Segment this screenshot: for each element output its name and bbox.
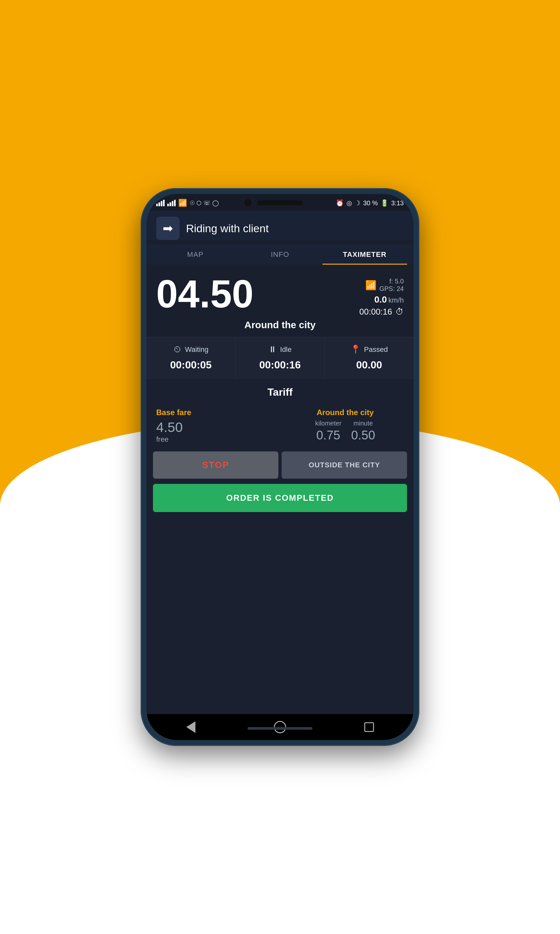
tariff-title: Tariff [146, 378, 414, 405]
tariff-min-col: minute 0.50 [351, 420, 375, 442]
meter-info: 📶 f: 5.0 GPS: 24 0.0 km/h [359, 274, 404, 317]
timer-value: 00:00:16 [359, 307, 392, 317]
gps-f-text: f: 5.0 [379, 277, 404, 285]
stat-passed-value: 00.00 [331, 359, 407, 371]
gps-signal: 📶 f: 5.0 GPS: 24 [359, 277, 404, 293]
location-status-icon: ◎ [346, 199, 352, 207]
km-value: 0.75 [315, 428, 341, 442]
meter-label: Around the city [156, 319, 404, 330]
status-right: ⏰ ◎ ☽ 30 % 🔋 3:13 [336, 199, 404, 207]
stat-waiting: ⏲ Waiting 00:00:05 [146, 337, 235, 378]
meter-timer: 00:00:16 ⏱ [359, 307, 404, 317]
wifi-icon: 📶 [178, 199, 187, 207]
base-fare-sub: free [156, 435, 274, 444]
stat-idle-value: 00:00:16 [242, 359, 318, 371]
main-content: 04.50 📶 f: 5.0 GPS: 24 0.0 [146, 265, 414, 740]
min-value: 0.50 [351, 428, 375, 442]
back-button[interactable] [184, 720, 198, 734]
complete-order-button[interactable]: ORDER IS COMPLETED [153, 484, 407, 512]
tariff-body: Base fare 4.50 free Around the city kilo… [146, 405, 414, 447]
phone-camera [245, 199, 251, 206]
tariff-zone: Around the city kilometer 0.75 minute 0.… [283, 405, 407, 447]
moon-icon: ☽ [355, 199, 360, 207]
gps-count-text: GPS: 24 [379, 285, 404, 293]
tariff-rate-row: kilometer 0.75 minute 0.50 [286, 420, 404, 442]
icons-group: ☉ ⬡ ☏ ◯ [189, 199, 219, 207]
phone-screen: 📶 ☉ ⬡ ☏ ◯ ⏰ ◎ ☽ 30 % 🔋 3:13 ➡ Riding wit… [146, 194, 414, 740]
arrow-right-icon: ➡ [163, 221, 173, 236]
wifi-signal-icon: 📶 [365, 280, 377, 291]
meter-section: 04.50 📶 f: 5.0 GPS: 24 0.0 [146, 265, 414, 337]
stat-passed-label: 📍 Passed [331, 344, 407, 354]
stat-waiting-value: 00:00:05 [153, 359, 229, 371]
back-icon [186, 721, 195, 733]
phone-speaker [257, 200, 303, 205]
tariff-section: Tariff Base fare 4.50 free Around the ci… [146, 378, 414, 714]
stat-passed: 📍 Passed 00.00 [325, 337, 414, 378]
outside-city-button[interactable]: OUTSIDE THE CITY [282, 452, 407, 479]
km-unit: kilometer [315, 420, 341, 427]
recents-icon [364, 722, 374, 732]
recents-button[interactable] [362, 720, 376, 734]
stop-button[interactable]: STOP [153, 452, 278, 479]
battery-icon: 🔋 [380, 199, 389, 207]
waiting-icon: ⏲ [173, 344, 182, 354]
min-unit: minute [351, 420, 375, 427]
alarm-icon: ⏰ [336, 199, 344, 207]
stat-waiting-label: ⏲ Waiting [153, 344, 229, 354]
tariff-base-fare: Base fare 4.50 free [153, 405, 277, 447]
time-display: 3:13 [391, 199, 404, 207]
base-fare-label: Base fare [156, 408, 274, 417]
battery-text: 30 % [363, 199, 378, 207]
phone-bottom-bar [248, 727, 312, 730]
signal-bars-1 [156, 200, 165, 206]
pause-icon: ⏸ [268, 344, 277, 354]
tab-taximeter[interactable]: TAXIMETER [323, 245, 407, 265]
meter-value: 04.50 [156, 274, 359, 313]
zone-label: Around the city [286, 408, 404, 417]
header-title: Riding with client [186, 222, 404, 235]
tab-info[interactable]: INFO [237, 245, 322, 265]
stats-row: ⏲ Waiting 00:00:05 ⏸ Idle 00:00:16 [146, 337, 414, 378]
stat-idle: ⏸ Idle 00:00:16 [235, 337, 325, 378]
header-icon-box: ➡ [156, 217, 180, 240]
speed-value: 0.0 [374, 294, 387, 305]
clock-icon: ⏱ [395, 307, 404, 317]
phone-device: 📶 ☉ ⬡ ☏ ◯ ⏰ ◎ ☽ 30 % 🔋 3:13 ➡ Riding wit… [141, 188, 419, 746]
tab-map[interactable]: MAP [153, 245, 237, 265]
action-buttons: STOP OUTSIDE THE CITY [153, 452, 407, 479]
base-fare-value: 4.50 [156, 420, 274, 435]
stat-idle-label: ⏸ Idle [242, 344, 318, 354]
signal-bars-2 [167, 200, 175, 206]
location-icon: 📍 [350, 344, 361, 354]
meter-top: 04.50 📶 f: 5.0 GPS: 24 0.0 [156, 274, 404, 317]
speed-unit: km/h [388, 296, 404, 304]
app-header: ➡ Riding with client [146, 211, 414, 240]
tariff-km-col: kilometer 0.75 [315, 420, 341, 442]
tab-bar: MAP INFO TAXIMETER [146, 245, 414, 265]
status-left: 📶 ☉ ⬡ ☏ ◯ [156, 199, 219, 207]
